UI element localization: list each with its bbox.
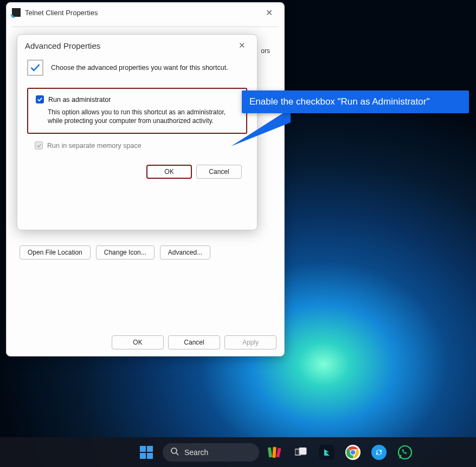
svg-point-10 (351, 450, 356, 455)
separate-memory-label: Run in separate memory space (47, 142, 141, 150)
advanced-title-text: Advanced Properties (25, 41, 100, 50)
taskbar-app-chrome-icon[interactable] (343, 442, 363, 463)
advanced-intro-text: Choose the advanced properties you want … (51, 64, 228, 72)
separate-memory-row: Run in separate memory space (35, 141, 247, 150)
checkmark-icon (27, 60, 43, 76)
start-button[interactable] (136, 442, 157, 463)
instruction-callout: Enable the checkbox "Run as Administrato… (242, 90, 469, 113)
task-view-icon[interactable] (291, 442, 311, 463)
shortcut-action-row: Open File Location Change Icon... Advanc… (20, 245, 210, 260)
properties-title-text: Telnet Client Properties (25, 9, 98, 17)
properties-cancel-button[interactable]: Cancel (168, 335, 220, 349)
tab-fragment: ors (261, 47, 270, 55)
svg-rect-5 (276, 447, 281, 457)
advanced-close-button[interactable]: ✕ (234, 40, 249, 51)
advanced-buttons: OK Cancel (27, 165, 247, 179)
svg-point-1 (171, 448, 177, 453)
svg-rect-7 (299, 447, 306, 455)
properties-main-buttons: OK Cancel Apply (112, 335, 276, 349)
run-as-admin-highlight: Run as administrator This option allows … (27, 88, 247, 134)
windows-logo-icon (140, 446, 153, 459)
properties-close-button[interactable]: ✕ (259, 6, 279, 19)
properties-titlebar: Telnet Client Properties ✕ (7, 3, 284, 22)
properties-apply-button: Apply (224, 335, 276, 349)
windows-taskbar: Search (0, 437, 476, 467)
taskbar-app-sync-icon[interactable] (369, 442, 389, 463)
advanced-properties-dialog: Advanced Properties ✕ Choose the advance… (17, 34, 258, 230)
search-icon (170, 447, 179, 457)
run-as-admin-label: Run as administrator (48, 96, 111, 103)
properties-tabs: ors (12, 27, 279, 27)
separate-memory-checkbox (35, 141, 43, 150)
change-icon-button[interactable]: Change Icon... (96, 245, 155, 260)
search-placeholder: Search (184, 448, 208, 457)
telnet-shortcut-icon (12, 8, 21, 17)
svg-rect-3 (268, 447, 272, 457)
run-as-admin-checkbox[interactable] (36, 95, 44, 103)
advanced-ok-button[interactable]: OK (146, 165, 192, 179)
run-as-admin-description: This option allows you to run this short… (48, 108, 239, 125)
svg-line-2 (176, 453, 178, 455)
advanced-titlebar: Advanced Properties ✕ (17, 35, 257, 56)
taskbar-app-filmora-icon[interactable] (317, 442, 337, 463)
taskbar-app-whatsapp-icon[interactable] (395, 442, 415, 463)
advanced-button[interactable]: Advanced... (160, 245, 210, 260)
svg-rect-4 (272, 446, 276, 457)
taskbar-search[interactable]: Search (163, 443, 259, 462)
properties-ok-button[interactable]: OK (112, 335, 164, 349)
callout-text: Enable the checkbox "Run as Administrato… (249, 96, 429, 107)
taskbar-widget-icon[interactable] (265, 442, 285, 463)
svg-marker-0 (231, 108, 291, 146)
advanced-intro: Choose the advanced properties you want … (27, 60, 247, 76)
advanced-cancel-button[interactable]: Cancel (196, 165, 242, 179)
open-file-location-button[interactable]: Open File Location (20, 245, 91, 260)
